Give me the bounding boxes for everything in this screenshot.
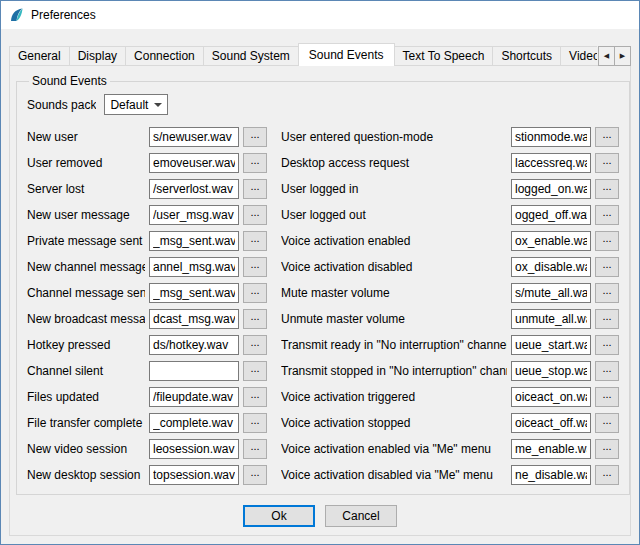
browse-button[interactable]: ... xyxy=(243,179,267,199)
sound-file-input[interactable] xyxy=(149,231,239,251)
browse-button[interactable]: ... xyxy=(595,179,619,199)
browse-button[interactable]: ... xyxy=(595,465,619,485)
browse-button[interactable]: ... xyxy=(243,335,267,355)
browse-button[interactable]: ... xyxy=(595,231,619,251)
event-label: User removed xyxy=(27,156,145,170)
browse-button[interactable]: ... xyxy=(243,309,267,329)
browse-button[interactable]: ... xyxy=(243,465,267,485)
event-label: User logged out xyxy=(281,208,507,222)
sound-file-input[interactable] xyxy=(511,153,591,173)
sounds-pack-row: Sounds pack Default xyxy=(27,94,619,115)
sound-file-input[interactable] xyxy=(149,283,239,303)
sound-file-input[interactable] xyxy=(511,465,591,485)
event-label: User entered question-mode xyxy=(281,130,507,144)
event-label: New desktop session xyxy=(27,468,145,482)
sound-file-input[interactable] xyxy=(511,257,591,277)
titlebar: Preferences xyxy=(1,1,639,29)
event-label: File transfer complete xyxy=(27,416,145,430)
tab-display[interactable]: Display xyxy=(69,46,126,66)
teamtalk-logo-icon xyxy=(9,7,25,23)
sound-file-input[interactable] xyxy=(511,413,591,433)
browse-button[interactable]: ... xyxy=(595,387,619,407)
event-label: Transmit ready in "No interruption" chan… xyxy=(281,338,507,352)
tab-sound-system[interactable]: Sound System xyxy=(203,46,299,66)
sound-file-input[interactable] xyxy=(149,205,239,225)
event-label: Channel message sent xyxy=(27,286,145,300)
sound-file-input[interactable] xyxy=(149,179,239,199)
sound-file-input[interactable] xyxy=(149,413,239,433)
window-title: Preferences xyxy=(31,8,96,22)
sounds-pack-select[interactable]: Default xyxy=(104,94,168,115)
sound-file-input[interactable] xyxy=(149,387,239,407)
sound-file-input[interactable] xyxy=(511,335,591,355)
tab-text-to-speech[interactable]: Text To Speech xyxy=(394,46,494,66)
event-label: New channel message xyxy=(27,260,145,274)
cancel-button[interactable]: Cancel xyxy=(325,505,397,527)
sound-file-input[interactable] xyxy=(511,361,591,381)
browse-button[interactable]: ... xyxy=(243,231,267,251)
tab-shortcuts[interactable]: Shortcuts xyxy=(492,46,561,66)
browse-button[interactable]: ... xyxy=(595,127,619,147)
browse-button[interactable]: ... xyxy=(595,205,619,225)
browse-button[interactable]: ... xyxy=(243,127,267,147)
sound-file-input[interactable] xyxy=(149,127,239,147)
tab-general[interactable]: General xyxy=(9,46,70,66)
event-label: Voice activation disabled via "Me" menu xyxy=(281,468,507,482)
sound-file-input[interactable] xyxy=(511,309,591,329)
event-columns: New user...User removed...Server lost...… xyxy=(27,127,619,485)
browse-button[interactable]: ... xyxy=(243,387,267,407)
event-label: Desktop access request xyxy=(281,156,507,170)
tab-strip: GeneralDisplayConnectionSound SystemSoun… xyxy=(9,43,597,66)
sound-file-input[interactable] xyxy=(511,127,591,147)
browse-button[interactable]: ... xyxy=(243,257,267,277)
sounds-pack-value: Default xyxy=(110,98,148,112)
tab-scroll-controls: ◀ ▶ xyxy=(599,46,631,66)
browse-button[interactable]: ... xyxy=(243,439,267,459)
event-label: Hotkey pressed xyxy=(27,338,145,352)
browse-button[interactable]: ... xyxy=(595,283,619,303)
sound-file-input[interactable] xyxy=(149,335,239,355)
chevron-down-icon xyxy=(154,103,162,107)
browse-button[interactable]: ... xyxy=(243,361,267,381)
sound-file-input[interactable] xyxy=(511,283,591,303)
event-label: Voice activation enabled xyxy=(281,234,507,248)
browse-button[interactable]: ... xyxy=(595,335,619,355)
browse-button[interactable]: ... xyxy=(595,413,619,433)
event-label: Transmit stopped in "No interruption" ch… xyxy=(281,364,507,378)
sound-file-input[interactable] xyxy=(149,439,239,459)
groupbox-title: Sound Events xyxy=(29,74,110,88)
tab-video[interactable]: Video xyxy=(560,46,597,66)
sound-file-input[interactable] xyxy=(149,361,239,381)
browse-button[interactable]: ... xyxy=(243,413,267,433)
tab-bar: GeneralDisplayConnectionSound SystemSoun… xyxy=(9,43,631,66)
event-label: Mute master volume xyxy=(281,286,507,300)
event-label: Voice activation triggered xyxy=(281,390,507,404)
sound-file-input[interactable] xyxy=(511,439,591,459)
browse-button[interactable]: ... xyxy=(595,309,619,329)
browse-button[interactable]: ... xyxy=(243,153,267,173)
sound-file-input[interactable] xyxy=(511,179,591,199)
browse-button[interactable]: ... xyxy=(595,439,619,459)
browse-button[interactable]: ... xyxy=(243,205,267,225)
tab-sound-events[interactable]: Sound Events xyxy=(298,43,395,66)
ok-button[interactable]: Ok xyxy=(243,505,315,527)
event-label: Voice activation disabled xyxy=(281,260,507,274)
browse-button[interactable]: ... xyxy=(243,283,267,303)
sound-file-input[interactable] xyxy=(149,257,239,277)
sound-file-input[interactable] xyxy=(149,153,239,173)
sound-file-input[interactable] xyxy=(511,231,591,251)
sound-file-input[interactable] xyxy=(149,465,239,485)
browse-button[interactable]: ... xyxy=(595,153,619,173)
sound-file-input[interactable] xyxy=(511,387,591,407)
browse-button[interactable]: ... xyxy=(595,361,619,381)
event-label: Server lost xyxy=(27,182,145,196)
sound-file-input[interactable] xyxy=(149,309,239,329)
tab-scroll-left-button[interactable]: ◀ xyxy=(598,46,615,66)
tab-scroll-right-button[interactable]: ▶ xyxy=(614,46,631,66)
sound-file-input[interactable] xyxy=(511,205,591,225)
browse-button[interactable]: ... xyxy=(595,257,619,277)
event-label: Private message sent xyxy=(27,234,145,248)
tab-connection[interactable]: Connection xyxy=(125,46,204,66)
tab-panel: Sound Events Sounds pack Default New use… xyxy=(9,65,631,536)
event-label: New video session xyxy=(27,442,145,456)
